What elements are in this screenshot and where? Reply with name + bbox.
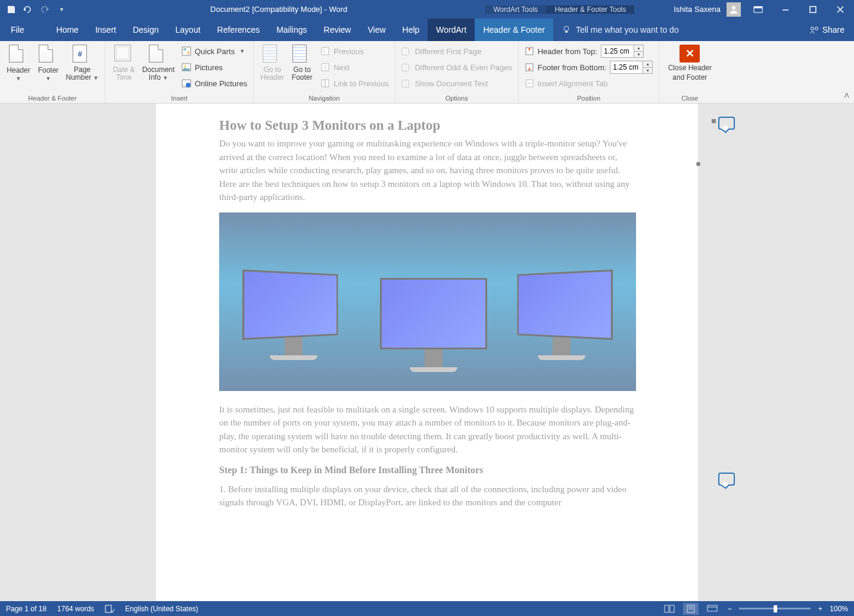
- footer-button[interactable]: Footer ▼: [33, 43, 63, 82]
- tab-layout[interactable]: Layout: [167, 18, 209, 41]
- checkbox: [401, 48, 409, 55]
- tab-view[interactable]: View: [359, 18, 394, 41]
- tab-file[interactable]: File: [0, 18, 35, 41]
- footer-from-bottom-row: Footer from Bottom: ▲▼: [522, 60, 656, 75]
- ctx-tab-wordart[interactable]: WordArt Tools: [485, 5, 546, 14]
- share-label: Share: [822, 25, 844, 35]
- link-previous-label: Link to Previous: [334, 79, 389, 88]
- close-icon[interactable]: [827, 0, 854, 18]
- zoom-in-button[interactable]: +: [816, 605, 824, 613]
- different-odd-even-checkbox: Different Odd & Even Pages: [399, 60, 515, 75]
- chevron-down-icon: ▼: [16, 76, 21, 82]
- chevron-down-icon: ▼: [163, 75, 168, 81]
- tab-insert[interactable]: Insert: [87, 18, 124, 41]
- goto-footer-button[interactable]: Go to Footer: [287, 43, 317, 82]
- header-from-top-value[interactable]: [601, 45, 634, 58]
- spin-down-icon[interactable]: ▼: [634, 52, 643, 58]
- tell-me-placeholder: Tell me what you want to do: [576, 25, 679, 35]
- header-from-top-row: Header from Top: ▲▼: [522, 43, 656, 59]
- user-avatar-icon[interactable]: [727, 2, 741, 17]
- tab-review[interactable]: Review: [316, 18, 360, 41]
- tab-design[interactable]: Design: [124, 18, 167, 41]
- date-time-label: Date & Time: [113, 65, 135, 82]
- close-x-icon: ✕: [680, 45, 700, 62]
- insert-alignment-tab-button: Insert Alignment Tab: [522, 76, 656, 91]
- svg-rect-16: [322, 48, 329, 55]
- diff-first-label: Different First Page: [415, 47, 482, 56]
- ctx-tab-header-footer[interactable]: Header & Footer Tools: [546, 5, 634, 14]
- footer-icon: [39, 45, 53, 62]
- pictures-button[interactable]: Pictures: [179, 60, 250, 75]
- status-page[interactable]: Page 1 of 18: [6, 605, 46, 613]
- document-page: How to Setup 3 Monitors on a Laptop Do y…: [156, 104, 698, 601]
- online-pictures-button[interactable]: Online Pictures: [179, 76, 250, 91]
- tab-home[interactable]: Home: [48, 18, 87, 41]
- tab-references[interactable]: References: [209, 18, 269, 41]
- footer-from-bottom-input[interactable]: ▲▼: [610, 61, 653, 74]
- page-number-button[interactable]: # Page Number ▼: [63, 43, 101, 82]
- redo-icon[interactable]: [39, 4, 50, 15]
- zoom-level[interactable]: 100%: [830, 605, 848, 613]
- undo-icon[interactable]: [23, 4, 33, 15]
- spin-up-icon[interactable]: ▲: [643, 61, 652, 68]
- tab-help[interactable]: Help: [394, 18, 428, 41]
- goto-header-label: Go to Header: [260, 65, 283, 82]
- zoom-out-button[interactable]: −: [726, 605, 733, 613]
- svg-rect-10: [183, 48, 186, 51]
- doc-paragraph: Do you want to improve your gaming or mu…: [219, 137, 635, 204]
- document-title: Document2 [Compatibility Mode] - Word: [73, 5, 485, 14]
- tell-me-search[interactable]: Tell me what you want to do: [553, 18, 800, 41]
- spellcheck-icon[interactable]: [105, 605, 114, 613]
- header-from-top-input[interactable]: ▲▼: [601, 45, 644, 58]
- footer-from-bottom-value[interactable]: [610, 61, 643, 74]
- chevron-down-icon: ▼: [46, 76, 51, 82]
- header-from-top-icon: [525, 46, 534, 56]
- document-area[interactable]: How to Setup 3 Monitors on a Laptop Do y…: [0, 104, 854, 601]
- svg-rect-4: [810, 7, 816, 12]
- contextual-tabs: WordArt Tools Header & Footer Tools: [485, 5, 634, 14]
- spin-down-icon[interactable]: ▼: [643, 68, 652, 74]
- read-mode-icon[interactable]: [662, 603, 677, 615]
- group-insert: Date & Time Document Info ▼ Quick Parts▼…: [105, 41, 254, 103]
- comment-indicator-icon[interactable]: [718, 117, 735, 130]
- status-words[interactable]: 1764 words: [57, 605, 94, 613]
- ribbon-display-icon[interactable]: [744, 0, 772, 18]
- anchor-marker: [696, 162, 700, 166]
- diff-oe-label: Different Odd & Even Pages: [415, 63, 512, 72]
- online-pictures-icon: [182, 79, 191, 88]
- minimize-icon[interactable]: [772, 0, 799, 18]
- tab-mailings[interactable]: Mailings: [268, 18, 315, 41]
- date-time-icon: [114, 45, 131, 61]
- header-label: Header: [7, 66, 30, 74]
- status-language[interactable]: English (United States): [125, 605, 198, 613]
- different-first-page-checkbox: Different First Page: [399, 43, 515, 59]
- group-options: Different First Page Different Odd & Eve…: [395, 41, 519, 103]
- quick-parts-button[interactable]: Quick Parts▼: [179, 43, 250, 59]
- previous-button: Previous: [318, 43, 391, 59]
- zoom-slider[interactable]: [739, 608, 811, 609]
- group-navigation: Go to Header Go to Footer Previous Next …: [254, 41, 395, 103]
- spin-up-icon[interactable]: ▲: [634, 45, 643, 52]
- maximize-icon[interactable]: [799, 0, 827, 18]
- svg-rect-6: [565, 31, 568, 33]
- tab-wordart[interactable]: WordArt: [428, 18, 475, 41]
- link-previous-icon: [320, 79, 330, 88]
- document-info-icon: [149, 45, 163, 62]
- header-button[interactable]: Header ▼: [4, 43, 33, 82]
- save-icon[interactable]: [6, 4, 17, 15]
- document-info-button[interactable]: Document Info ▼: [139, 43, 178, 82]
- close-header-footer-button[interactable]: ✕ Close Header and Footer: [663, 43, 716, 82]
- comment-indicator-icon[interactable]: [718, 473, 735, 486]
- collapse-ribbon-icon[interactable]: ᐱ: [844, 92, 849, 99]
- web-layout-icon[interactable]: [705, 603, 720, 615]
- print-layout-icon[interactable]: [683, 603, 699, 615]
- group-label: Header & Footer: [4, 93, 101, 102]
- previous-label: Previous: [334, 47, 364, 56]
- qat-customize-icon[interactable]: ▾: [56, 4, 67, 15]
- group-label: Navigation: [257, 93, 391, 102]
- tab-header-footer[interactable]: Header & Footer: [475, 18, 553, 41]
- ribbon-tabs: File Home Insert Design Layout Reference…: [0, 18, 854, 41]
- page-number-label: Page Number: [66, 65, 92, 82]
- svg-rect-17: [322, 64, 329, 71]
- share-button[interactable]: Share: [800, 18, 854, 41]
